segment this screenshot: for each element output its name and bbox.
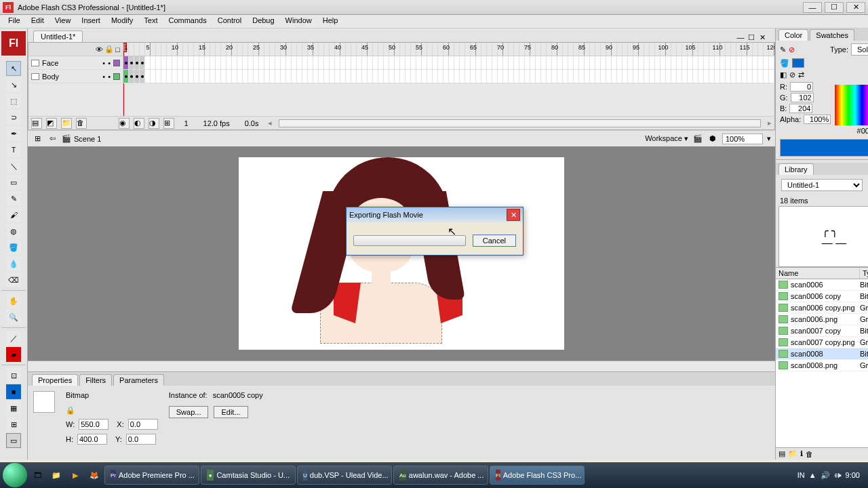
library-tab[interactable]: Library (778, 163, 814, 175)
menu-insert[interactable]: Insert (76, 15, 106, 28)
layer-row[interactable]: Body•• (28, 70, 123, 83)
doc-restore-button[interactable]: ☐ (747, 33, 756, 42)
taskbar-app[interactable]: Udub.VSP - Ulead Vide... (297, 466, 392, 485)
b-input[interactable] (789, 104, 812, 113)
option-tool-2[interactable]: ▦ (6, 401, 21, 415)
taskbar-app[interactable]: ●Camtasia Studio - U... (201, 466, 296, 485)
paint-bucket-tool[interactable]: 🪣 (6, 240, 21, 255)
menu-view[interactable]: View (50, 15, 77, 28)
swatches-tab[interactable]: Swatches (810, 29, 854, 41)
swap-colors-icon[interactable]: ⇄ (798, 70, 804, 79)
ink-bottle-tool[interactable]: ◍ (6, 224, 21, 239)
pen-tool[interactable]: ✒ (6, 126, 21, 141)
option-tool-1[interactable]: ■ (6, 384, 21, 399)
library-type-header[interactable]: Type (860, 268, 868, 279)
close-button[interactable]: ✕ (846, 2, 865, 13)
edit-symbols-button[interactable]: ⬢ (707, 134, 718, 144)
y-input[interactable] (126, 434, 156, 445)
no-stroke-icon[interactable]: ⊘ (789, 45, 795, 54)
r-input[interactable] (790, 82, 813, 92)
hand-tool[interactable]: ✋ (6, 293, 21, 308)
timeline-ruler[interactable]: 1510152025303540455055606570758085909510… (123, 43, 774, 56)
new-folder-button[interactable]: 📁 (788, 449, 797, 458)
edit-scene-button[interactable]: 🎬 (692, 134, 703, 144)
subselection-tool[interactable]: ↘ (6, 77, 21, 92)
maximize-button[interactable]: ☐ (825, 2, 844, 13)
snap-tool[interactable]: ⊡ (6, 368, 21, 383)
outline-column-icon[interactable]: □ (115, 45, 120, 54)
bucket-fill-icon[interactable]: 🪣 (780, 59, 789, 68)
doc-close-button[interactable]: ✕ (757, 33, 767, 42)
width-input[interactable] (79, 419, 108, 430)
cancel-button[interactable]: Cancel (473, 235, 516, 247)
alpha-input[interactable] (804, 115, 831, 124)
language-indicator[interactable]: IN (797, 471, 805, 479)
minimize-button[interactable]: — (803, 2, 822, 13)
explorer-icon[interactable]: 📁 (47, 466, 65, 484)
line-tool[interactable]: ＼ (6, 159, 21, 174)
center-frame-button[interactable]: ◉ (119, 118, 130, 129)
height-input[interactable] (77, 434, 107, 445)
edit-button[interactable]: Edit... (214, 406, 248, 418)
taskbar-app[interactable]: PrAdobe Premiere Pro ... (104, 466, 199, 485)
properties-tab-properties[interactable]: Properties (32, 374, 78, 386)
library-doc-select[interactable]: Untitled-1 (781, 179, 863, 191)
free-transform-tool[interactable]: ⬚ (6, 94, 21, 108)
hex-value[interactable]: #0066CC (857, 127, 868, 135)
frame-row[interactable] (123, 70, 774, 83)
eraser-tool[interactable]: ⌫ (6, 272, 21, 287)
fill-color-tool[interactable]: ▰ (6, 347, 21, 362)
option-tool-3[interactable]: ⊞ (6, 417, 21, 432)
new-folder-button[interactable]: 📁 (61, 118, 72, 129)
pencil-stroke-icon[interactable]: ✎ (780, 45, 786, 54)
menu-window[interactable]: Window (280, 15, 317, 28)
onion-outline-button[interactable]: ◑ (149, 118, 159, 129)
eyedropper-tool[interactable]: 💧 (6, 256, 21, 271)
delete-item-button[interactable]: 🗑 (806, 450, 813, 458)
properties-tab-parameters[interactable]: Parameters (113, 374, 164, 386)
taskbar-app[interactable]: FlAdobe Flash CS3 Pro... (490, 466, 585, 485)
menu-help[interactable]: Help (317, 15, 344, 28)
menu-text[interactable]: Text (138, 15, 163, 28)
properties-tab-filters[interactable]: Filters (79, 374, 112, 386)
library-item[interactable]: scan0008.pngGraphic (776, 360, 868, 371)
scene-indicator[interactable]: 🎬 Scene 1 (62, 134, 101, 143)
layer-row[interactable]: Face•• (28, 56, 123, 70)
zoom-dropdown-icon[interactable]: ▾ (767, 134, 771, 143)
onion-skin-button[interactable]: ◐ (134, 118, 144, 129)
workspace-dropdown[interactable]: Workspace ▾ (645, 134, 688, 143)
frame-row[interactable] (123, 56, 774, 70)
rectangle-tool[interactable]: ▭ (6, 175, 21, 190)
library-item[interactable]: scan0008Bitmap (776, 348, 868, 360)
show-desktop-icon[interactable]: 🗔 (28, 466, 46, 484)
edit-multiple-button[interactable]: ⊞ (163, 118, 174, 129)
menu-debug[interactable]: Debug (247, 15, 279, 28)
fill-type-select[interactable]: Solid (851, 43, 868, 56)
library-name-header[interactable]: Name (776, 268, 860, 279)
menu-commands[interactable]: Commands (163, 15, 212, 28)
library-item[interactable]: scan0006.pngGraphic (776, 314, 868, 325)
taskbar-app[interactable]: Auawalun.wav - Adobe ... (393, 466, 488, 485)
g-input[interactable] (791, 93, 814, 102)
start-button[interactable] (3, 463, 27, 487)
menu-file[interactable]: File (3, 15, 26, 28)
zoom-tool[interactable]: 🔍 (6, 310, 21, 325)
swap-button[interactable]: Swap... (169, 406, 209, 418)
dialog-close-button[interactable]: ✕ (507, 209, 520, 221)
lock-column-icon[interactable]: 🔒 (104, 45, 114, 54)
no-color-icon[interactable]: ⊘ (789, 70, 795, 79)
delete-layer-button[interactable]: 🗑 (76, 118, 87, 129)
library-item-list[interactable]: scan0006Bitmapscan0006 copyBitmapscan000… (776, 279, 868, 447)
bw-swap-icon[interactable]: ◧ (780, 70, 787, 79)
library-item[interactable]: scan0007 copyBitmap (776, 325, 868, 337)
brush-tool[interactable]: 🖌 (6, 207, 21, 222)
zoom-select[interactable]: 100% (722, 134, 763, 144)
document-tab[interactable]: Untitled-1* (33, 30, 83, 42)
menu-modify[interactable]: Modify (106, 15, 138, 28)
firefox-icon[interactable]: 🦊 (85, 466, 103, 484)
menu-control[interactable]: Control (212, 15, 247, 28)
library-item[interactable]: scan0006 copyBitmap (776, 291, 868, 302)
properties-button[interactable]: ℹ (800, 449, 803, 458)
selection-tool[interactable]: ↖ (6, 61, 21, 76)
library-item[interactable]: scan0006 copy.pngGraphic (776, 302, 868, 314)
